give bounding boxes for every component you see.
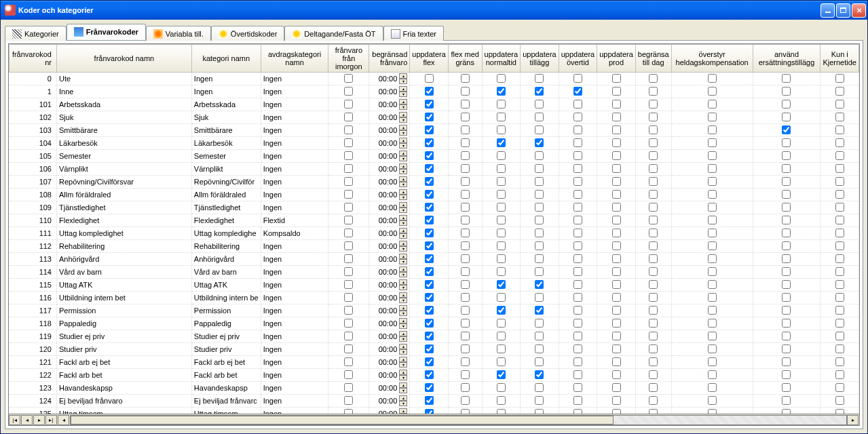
time-spinner[interactable]: ▴▾ <box>399 215 407 226</box>
grid-cell[interactable]: 00:00▴▾ <box>369 98 410 111</box>
grid-cell[interactable] <box>410 356 449 369</box>
grid-checkbox[interactable] <box>461 229 470 237</box>
time-spinner[interactable]: ▴▾ <box>399 73 407 84</box>
grid-cell[interactable] <box>671 240 753 253</box>
grid-checkbox[interactable] <box>782 241 791 250</box>
grid-cell[interactable] <box>753 317 820 330</box>
grid-checkbox[interactable] <box>612 216 621 224</box>
grid-cell[interactable] <box>753 356 820 369</box>
spin-up-icon[interactable]: ▴ <box>399 241 407 246</box>
grid-cell[interactable]: Ingen <box>261 266 328 279</box>
grid-cell[interactable]: 00:00▴▾ <box>369 304 410 317</box>
grid-cell[interactable] <box>753 137 820 150</box>
grid-cell[interactable] <box>753 382 820 395</box>
grid-cell[interactable] <box>635 408 671 414</box>
grid-cell[interactable]: 110 <box>10 214 57 227</box>
grid-cell[interactable] <box>635 279 671 292</box>
grid-cell[interactable]: 00:00▴▾ <box>369 137 410 150</box>
grid-checkbox[interactable] <box>612 357 621 366</box>
grid-checkbox[interactable] <box>497 177 506 186</box>
grid-checkbox[interactable] <box>344 319 353 328</box>
time-spinner[interactable]: ▴▾ <box>399 189 407 200</box>
grid-cell[interactable] <box>521 85 559 98</box>
grid-checkbox[interactable] <box>497 216 506 224</box>
spin-down-icon[interactable]: ▾ <box>399 182 407 187</box>
spin-down-icon[interactable]: ▾ <box>399 169 407 174</box>
grid-cell[interactable] <box>820 163 859 176</box>
table-row[interactable]: 113AnhörigvårdAnhörigvårdIngen00:00▴▾ <box>10 253 859 266</box>
grid-cell[interactable] <box>753 292 820 304</box>
grid-cell[interactable] <box>410 330 449 343</box>
grid-cell[interactable] <box>521 382 559 395</box>
grid-cell[interactable]: Uttag kompledighet <box>56 227 191 240</box>
grid-checkbox[interactable] <box>344 203 353 212</box>
grid-cell[interactable] <box>521 395 559 408</box>
grid-checkbox[interactable] <box>425 306 434 315</box>
grid-checkbox[interactable] <box>461 100 470 108</box>
grid-cell[interactable] <box>753 98 820 111</box>
grid-cell[interactable]: Ingen <box>191 73 261 85</box>
grid-cell[interactable] <box>410 317 449 330</box>
grid-checkbox[interactable] <box>708 229 717 237</box>
grid-cell[interactable]: Allm föräldraled <box>191 189 261 201</box>
grid-checkbox[interactable] <box>497 267 506 276</box>
grid-checkbox[interactable] <box>573 229 582 237</box>
grid-cell[interactable] <box>448 176 482 189</box>
grid-checkbox[interactable] <box>782 87 791 96</box>
grid-checkbox[interactable] <box>344 190 353 199</box>
grid-cell[interactable]: Studier ej priv <box>56 330 191 343</box>
grid-checkbox[interactable] <box>497 409 506 414</box>
grid-cell[interactable] <box>635 201 671 214</box>
grid-cell[interactable] <box>820 189 859 201</box>
grid-cell[interactable] <box>328 201 369 214</box>
grid-cell[interactable] <box>521 266 559 279</box>
grid-cell[interactable] <box>328 214 369 227</box>
spin-down-icon[interactable]: ▾ <box>399 311 407 316</box>
grid-checkbox[interactable] <box>497 396 506 405</box>
time-spinner[interactable]: ▴▾ <box>399 344 407 355</box>
grid-cell[interactable] <box>559 382 597 395</box>
grid-cell[interactable] <box>410 124 449 137</box>
spin-down-icon[interactable]: ▾ <box>399 104 407 110</box>
grid-checkbox[interactable] <box>425 267 434 276</box>
table-row[interactable]: 125Uttag timsemUttag timsemIngen00:00▴▾ <box>10 408 859 414</box>
grid-cell[interactable]: 101 <box>10 98 57 111</box>
grid-cell[interactable] <box>753 266 820 279</box>
grid-cell[interactable]: Ej beviljad frånvaro <box>56 395 191 408</box>
grid-cell[interactable]: 119 <box>10 330 57 343</box>
spin-down-icon[interactable]: ▾ <box>399 117 407 123</box>
grid-checkbox[interactable] <box>461 280 470 289</box>
grid-cell[interactable] <box>753 408 820 414</box>
scroll-thumb[interactable] <box>71 416 614 425</box>
column-header[interactable]: uppdatera normaltid <box>482 45 521 73</box>
grid-cell[interactable] <box>597 73 636 85</box>
grid-cell[interactable] <box>328 343 369 356</box>
grid-cell[interactable] <box>559 292 597 304</box>
table-row[interactable]: 117PermissionPermissionIngen00:00▴▾ <box>10 304 859 317</box>
grid-cell[interactable] <box>328 176 369 189</box>
grid-checkbox[interactable] <box>573 190 582 199</box>
grid-checkbox[interactable] <box>782 203 791 212</box>
time-spinner[interactable]: ▴▾ <box>399 125 407 136</box>
spin-up-icon[interactable]: ▴ <box>399 357 407 362</box>
table-row[interactable]: 0UteIngenIngen00:00▴▾ <box>10 73 859 85</box>
grid-checkbox[interactable] <box>344 74 353 83</box>
spin-down-icon[interactable]: ▾ <box>399 298 407 303</box>
column-header[interactable]: frånvarokod nr <box>10 45 57 73</box>
grid-checkbox[interactable] <box>708 267 717 276</box>
grid-cell[interactable] <box>521 317 559 330</box>
grid-checkbox[interactable] <box>649 177 658 186</box>
grid-checkbox[interactable] <box>612 280 621 289</box>
grid-checkbox[interactable] <box>649 87 658 96</box>
grid-cell[interactable] <box>521 343 559 356</box>
grid-checkbox[interactable] <box>497 87 506 96</box>
grid-cell[interactable]: Arbetsskada <box>56 98 191 111</box>
grid-checkbox[interactable] <box>835 396 844 405</box>
grid-cell[interactable] <box>635 150 671 163</box>
grid-cell[interactable] <box>448 356 482 369</box>
grid-cell[interactable] <box>448 227 482 240</box>
grid-checkbox[interactable] <box>612 87 621 96</box>
grid-checkbox[interactable] <box>535 319 544 328</box>
grid-cell[interactable] <box>559 98 597 111</box>
grid-cell[interactable] <box>521 292 559 304</box>
